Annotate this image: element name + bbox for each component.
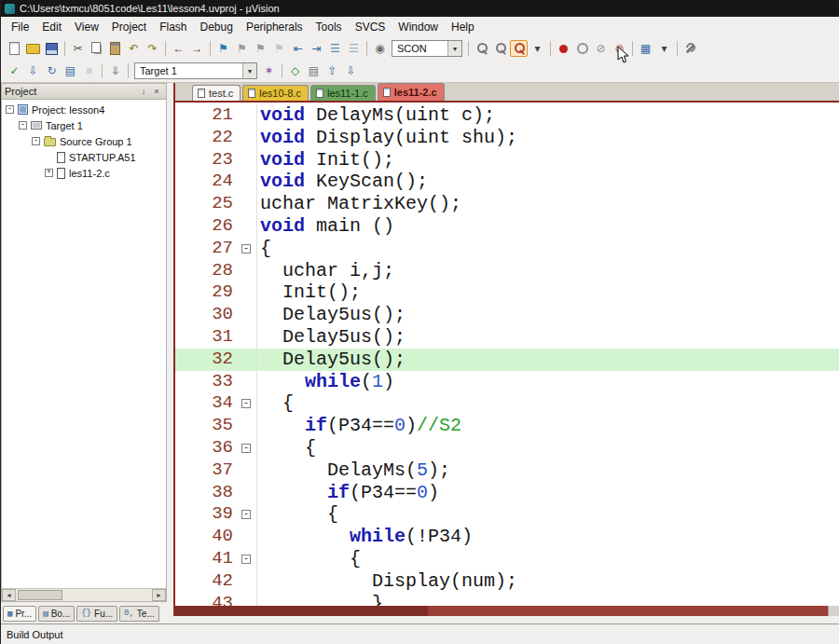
line-number[interactable]: 41	[175, 548, 239, 570]
line-number[interactable]: 39	[175, 503, 239, 526]
uncomment-icon[interactable]: ☰	[345, 40, 363, 57]
code-line-39[interactable]: 39- {	[175, 503, 839, 526]
line-number[interactable]: 37	[175, 459, 239, 482]
tree-item-startup-a51[interactable]: STARTUP.A51	[2, 149, 166, 165]
line-number[interactable]: 21	[175, 104, 239, 127]
code-line-21[interactable]: 21void DelayMs(uint c);	[175, 104, 839, 127]
tree-expander-icon[interactable]: -	[6, 105, 14, 114]
line-number[interactable]: 42	[175, 570, 239, 593]
scroll-right-icon[interactable]: ►	[152, 589, 166, 601]
books-tab[interactable]: ▤Bo...	[38, 606, 75, 622]
bookmark-next-icon[interactable]: ⚑	[252, 40, 269, 57]
code-line-32[interactable]: 32 Delay5us();	[175, 349, 839, 371]
line-number[interactable]: 27	[175, 238, 239, 260]
tab-les11-2-c[interactable]: les11-2.c	[378, 83, 445, 101]
scroll-track[interactable]	[16, 589, 152, 601]
code-line-36[interactable]: 36- {	[175, 437, 839, 459]
configure-icon[interactable]	[681, 40, 699, 57]
fold-toggle-icon[interactable]: -	[241, 399, 251, 408]
pin-icon[interactable]: ↓	[137, 86, 150, 98]
target-options-icon[interactable]: ✶	[260, 62, 278, 79]
translate-icon[interactable]: ✓	[6, 62, 23, 79]
line-number[interactable]: 36	[175, 437, 239, 459]
code-line-31[interactable]: 31 Delay5us();	[175, 326, 839, 349]
code-line-27[interactable]: 27-{	[175, 238, 839, 260]
fold-toggle-icon[interactable]: -	[241, 244, 251, 253]
menu-peripherals[interactable]: Peripherals	[240, 18, 309, 36]
fold-toggle-icon[interactable]: -	[241, 555, 251, 564]
line-number[interactable]: 31	[175, 326, 239, 349]
target-select[interactable]: Target 1▾	[134, 62, 257, 79]
download-icon[interactable]: ⇓	[106, 62, 124, 79]
tree-item-source-group-1[interactable]: -Source Group 1	[2, 133, 166, 149]
line-number[interactable]: 38	[175, 482, 239, 504]
line-number[interactable]: 26	[175, 215, 239, 238]
scroll-thumb[interactable]	[18, 590, 62, 600]
stop-build-icon[interactable]: ■	[80, 62, 98, 79]
project-tab[interactable]: ▦Pr...	[3, 606, 36, 622]
indent-icon[interactable]: ⇥	[308, 40, 325, 57]
menu-project[interactable]: Project	[105, 18, 153, 36]
code-line-42[interactable]: 42 Display(num);	[175, 570, 839, 593]
menu-file[interactable]: File	[5, 18, 35, 36]
titlebar[interactable]: C:\Users\txmcu\8051code\Les11\lesson4.uv…	[1, 0, 839, 17]
breakpoint-insert-icon[interactable]	[555, 40, 572, 57]
code-line-35[interactable]: 35 if(P34==0)//S2	[175, 415, 839, 437]
search-icon[interactable]	[491, 40, 509, 57]
find-dropdown-icon[interactable]: ▾	[529, 40, 546, 57]
code-line-25[interactable]: 25uchar MatrixKey();	[175, 193, 839, 215]
bookmark-clear-icon[interactable]: ⚑	[270, 40, 288, 57]
line-number[interactable]: 43	[175, 593, 239, 606]
line-number[interactable]: 24	[175, 171, 239, 193]
code-line-33[interactable]: 33 while(1)	[175, 371, 839, 393]
code-line-30[interactable]: 30 Delay5us();	[175, 304, 839, 326]
editor-hscrollbar[interactable]	[175, 606, 839, 616]
code-line-22[interactable]: 22void Display(uint shu);	[175, 127, 839, 149]
expression-combo[interactable]: SCON▾	[392, 40, 462, 57]
code-line-23[interactable]: 23void Init();	[175, 149, 839, 171]
incremental-find-icon[interactable]	[510, 40, 528, 57]
editor-hscroll-thumb[interactable]	[175, 606, 428, 616]
breakpoint-enable-icon[interactable]	[573, 40, 591, 57]
batch-build-icon[interactable]: ▤	[62, 62, 79, 79]
line-number[interactable]: 35	[175, 415, 239, 437]
code-line-26[interactable]: 26void main ()	[175, 215, 839, 238]
chevron-down-icon[interactable]: ▾	[242, 63, 256, 78]
fold-toggle-icon[interactable]: -	[241, 510, 251, 519]
tree-item-project-lesson4[interactable]: -Project: lesson4	[2, 102, 166, 117]
line-number[interactable]: 30	[175, 304, 239, 326]
line-number[interactable]: 25	[175, 193, 239, 215]
code-area[interactable]: 21void DelayMs(uint c);22void Display(ui…	[175, 103, 839, 606]
build-icon[interactable]: ⇩	[24, 62, 42, 79]
open-icon[interactable]	[24, 40, 42, 57]
menu-tools[interactable]: Tools	[309, 18, 349, 36]
fold-toggle-icon[interactable]: -	[241, 444, 251, 453]
tab-les11-1-c[interactable]: les11-1.c	[310, 85, 376, 101]
code-line-28[interactable]: 28 uchar i,j;	[175, 260, 839, 282]
save-icon[interactable]	[43, 40, 61, 57]
line-number[interactable]: 23	[175, 149, 239, 171]
code-line-43[interactable]: 43 }	[175, 593, 839, 606]
code-line-38[interactable]: 38 if(P34==0)	[175, 482, 839, 504]
new-file-icon[interactable]	[6, 40, 23, 57]
chevron-down-icon[interactable]: ▾	[447, 41, 461, 56]
tree-expander-icon[interactable]: +	[45, 169, 53, 177]
scroll-left-icon[interactable]: ◄	[2, 589, 16, 601]
menu-debug[interactable]: Debug	[194, 18, 240, 36]
functions-tab[interactable]: {}Fu...	[76, 606, 117, 622]
tree-expander-icon[interactable]: -	[32, 137, 40, 145]
line-number[interactable]: 32	[175, 349, 239, 371]
line-number[interactable]: 40	[175, 526, 239, 548]
line-number[interactable]: 22	[175, 127, 239, 149]
menu-view[interactable]: View	[68, 18, 105, 36]
menu-svcs[interactable]: SVCS	[349, 18, 392, 36]
paste-icon[interactable]	[106, 40, 124, 57]
undo-icon[interactable]: ↶	[125, 40, 143, 57]
code-line-40[interactable]: 40 while(!P34)	[175, 526, 839, 548]
tree-expander-icon[interactable]: -	[19, 121, 27, 130]
breakpoint-kill-icon[interactable]: ⊘	[611, 40, 628, 57]
code-line-37[interactable]: 37 DelayMs(5);	[175, 459, 839, 482]
menu-flash[interactable]: Flash	[153, 18, 193, 36]
menu-help[interactable]: Help	[445, 18, 481, 36]
layout-dropdown-icon[interactable]: ▾	[655, 40, 673, 57]
